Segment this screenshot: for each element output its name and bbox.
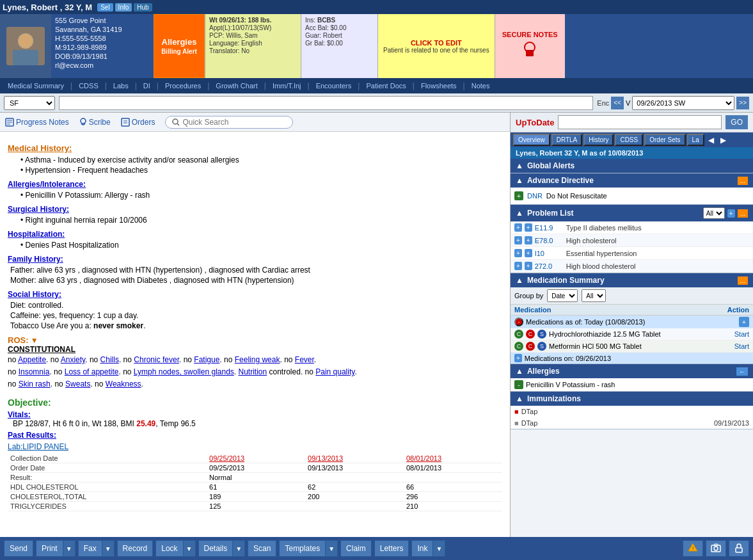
tab-growth-chart[interactable]: Growth Chart	[210, 81, 262, 91]
surgical-history-header[interactable]: Surgical History:	[8, 205, 502, 214]
advance-directive-header[interactable]: ▲ Advance Directive ...	[511, 173, 753, 188]
med-icon-s0[interactable]: S	[537, 330, 546, 339]
ros-skin-rash[interactable]: Skin rash	[19, 380, 51, 388]
ros-chronic-fever[interactable]: Chronic fever	[134, 355, 179, 364]
lab-panel-label[interactable]: Lab:LIPID PANEL	[8, 442, 502, 451]
scribe-btn[interactable]: Scribe	[79, 118, 111, 127]
camera-icon-btn[interactable]	[706, 540, 726, 557]
tab-procedures[interactable]: Procedures	[160, 81, 206, 91]
details-btn[interactable]: Details	[198, 540, 233, 557]
ros-sweats[interactable]: Sweats	[65, 380, 90, 388]
problem-list-filter[interactable]: All	[703, 207, 725, 219]
tab-drtla[interactable]: DRTLA	[551, 134, 583, 146]
med-icon-r0[interactable]: C	[526, 330, 535, 339]
med-icon-r1[interactable]: C	[526, 342, 535, 351]
ros-insomnia[interactable]: Insomnia	[19, 367, 50, 376]
vitals-label[interactable]: Vitals:	[8, 410, 502, 419]
ros-dropdown[interactable]: ▼	[31, 336, 38, 345]
family-history-header[interactable]: Family History:	[8, 255, 502, 264]
tab-labs[interactable]: Labs	[108, 81, 134, 91]
tab-flowsheets[interactable]: Flowsheets	[416, 81, 462, 91]
tab-notes[interactable]: Notes	[466, 81, 495, 91]
tab-history[interactable]: History	[583, 134, 614, 146]
orders-btn[interactable]: Orders	[121, 118, 155, 127]
sf-select[interactable]: SF	[4, 96, 55, 110]
ros-chills[interactable]: Chills	[100, 355, 119, 364]
medical-history-header[interactable]: Medical History:	[8, 143, 502, 153]
problem-list-options[interactable]: ...	[738, 209, 748, 218]
fax-btn[interactable]: Fax	[78, 540, 102, 557]
enc-date-select[interactable]: 09/26/2013 SW	[632, 96, 734, 110]
uptodate-search-input[interactable]	[558, 115, 722, 129]
secure-notes-box[interactable]: SECURE NOTES	[495, 14, 565, 78]
uptodate-go-btn[interactable]: GO	[725, 115, 748, 129]
claim-btn[interactable]: Claim	[340, 540, 372, 557]
lab-date-3[interactable]: 08/01/2013	[404, 454, 502, 463]
tab-la[interactable]: La	[687, 134, 704, 146]
problem-list-header[interactable]: ▲ Problem List All + ...	[511, 205, 753, 221]
med-add-btn[interactable]: +	[739, 317, 749, 327]
record-btn[interactable]: Record	[117, 540, 154, 557]
ros-appetite[interactable]: Appetite	[18, 355, 46, 364]
print-dropdown[interactable]: ▼	[63, 540, 75, 557]
allergies-box[interactable]: Allergies Billing Alert	[154, 14, 205, 78]
tab-cdss[interactable]: CDSS	[74, 81, 104, 91]
send-btn[interactable]: Send	[4, 540, 33, 557]
info-badge[interactable]: Info	[115, 3, 132, 12]
tab-nav-left[interactable]: ◀	[706, 134, 717, 146]
quick-search-input[interactable]	[182, 118, 285, 127]
med-icon-s1[interactable]: S	[537, 342, 546, 351]
ink-btn[interactable]: Ink	[411, 540, 432, 557]
problem-add-3[interactable]: +	[514, 262, 522, 270]
enc-nav-left[interactable]: <<	[611, 97, 624, 109]
tab-cdss[interactable]: CDSS	[615, 134, 643, 146]
lock-dropdown[interactable]: ▼	[183, 540, 196, 557]
social-history-header[interactable]: Social History:	[8, 290, 502, 299]
ink-dropdown[interactable]: ▼	[432, 540, 445, 557]
lab-date-1[interactable]: 09/25/2013	[207, 454, 305, 463]
hospitalization-header[interactable]: Hospitalization:	[8, 230, 502, 239]
ros-nutrition[interactable]: Nutrition	[239, 367, 267, 376]
tab-patient-docs[interactable]: Patient Docs	[361, 81, 411, 91]
med-filter-select[interactable]: All	[582, 289, 606, 302]
ros-pain-quality[interactable]: Pain quality	[315, 367, 354, 376]
tab-nav-right[interactable]: ▶	[718, 134, 729, 146]
ros-anxiety[interactable]: Anxiety	[61, 355, 85, 364]
med-summary-options[interactable]: ...	[738, 276, 748, 285]
problem-add-2[interactable]: +	[514, 249, 522, 257]
med-action-1[interactable]: Start	[724, 342, 749, 350]
ros-loss-of-appetite[interactable]: Loss of appetite	[65, 367, 119, 376]
problem-add-0[interactable]: +	[514, 223, 522, 232]
problem-list-add[interactable]: +	[727, 209, 735, 218]
past-results-label[interactable]: Past Results:	[8, 431, 502, 440]
click-to-edit-box[interactable]: CLICK TO EDIT Patient is related to one …	[377, 14, 495, 78]
lab-date-2[interactable]: 09/13/2013	[305, 454, 404, 463]
ros-weakness[interactable]: Weakness	[106, 380, 141, 388]
ros-lymph-nodes[interactable]: Lymph nodes, swollen glands	[134, 367, 234, 376]
ros-feeling-weak[interactable]: Feeling weak	[235, 355, 280, 364]
sel-badge[interactable]: Sel	[97, 3, 113, 12]
tab-medical-summary[interactable]: Medical Summary	[3, 81, 69, 91]
med-action-0[interactable]: Start	[724, 330, 749, 338]
tab-encounters[interactable]: Encounters	[311, 81, 357, 91]
tab-order-sets[interactable]: Order Sets	[644, 134, 685, 146]
allergy-plus-0[interactable]: -	[514, 380, 523, 389]
lock-btn[interactable]: Lock	[155, 540, 182, 557]
problem-detail-1[interactable]: +	[525, 236, 532, 244]
dnr-plus-btn[interactable]: +	[514, 191, 523, 200]
tab-di[interactable]: DI	[138, 81, 155, 91]
medication-summary-header[interactable]: ▲ Medication Summary ...	[511, 273, 753, 287]
med-date-toggle[interactable]: -	[514, 317, 523, 326]
main-search-input[interactable]	[59, 96, 593, 110]
problem-detail-0[interactable]: +	[525, 223, 532, 232]
problem-detail-3[interactable]: +	[525, 262, 532, 270]
advance-directive-options[interactable]: ...	[738, 177, 748, 185]
immunizations-header[interactable]: ▲ Immunizations	[511, 392, 753, 406]
lock-icon-btn[interactable]	[729, 540, 749, 557]
fax-dropdown[interactable]: ▼	[102, 540, 115, 557]
global-alerts-header[interactable]: ▲ Global Alerts	[511, 159, 753, 173]
tab-imm-tinj[interactable]: Imm/T.Inj	[267, 81, 306, 91]
print-btn[interactable]: Print	[36, 540, 63, 557]
templates-btn[interactable]: Templates	[279, 540, 325, 557]
tab-overview[interactable]: Overview	[513, 134, 550, 146]
